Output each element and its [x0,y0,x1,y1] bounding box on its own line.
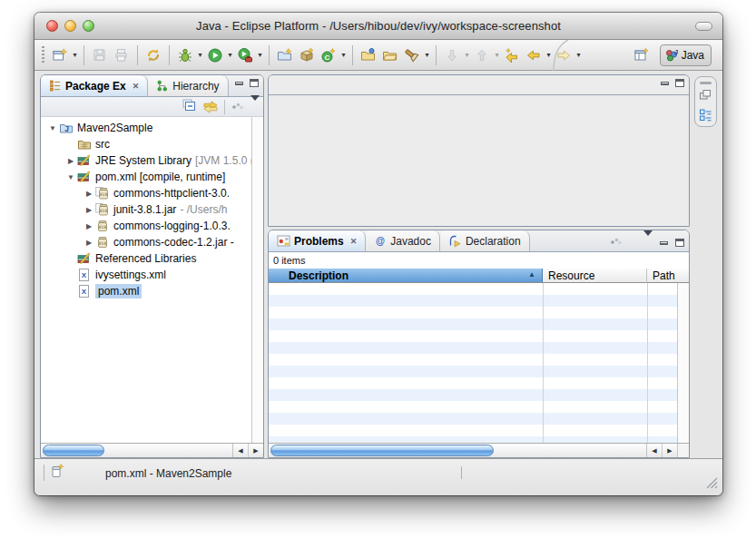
restore-views-button[interactable] [699,89,712,103]
open-type-button[interactable] [358,44,379,67]
search-dropdown[interactable]: ▾ [423,51,431,59]
collapse-all-button[interactable] [182,98,197,116]
new-class-dropdown[interactable]: ▾ [339,51,348,59]
minimize-view-button[interactable] [660,241,668,245]
tree-item-src[interactable]: src [41,136,263,152]
tree-item-referenced-libraries[interactable]: Referenced Libraries [41,250,263,267]
problems-table-header: Description ▲ Resource Path [269,269,689,283]
outline-view-icon [699,108,712,122]
expand-toggle-icon[interactable]: ▶ [83,239,95,247]
forward-dropdown[interactable]: ▾ [574,51,583,59]
previous-annotation-button[interactable] [471,44,493,67]
fast-view-icon[interactable] [50,463,65,479]
expand-toggle-icon[interactable]: ▶ [83,222,95,230]
tab-label: Problems [294,235,344,248]
scrollbar-corner [677,444,689,457]
problems-view: Problems ✕ @ Javadoc Declaration [268,230,690,458]
view-menu-button[interactable] [231,99,245,116]
minimize-view-button[interactable] [235,82,243,85]
scrollbar-thumb[interactable] [43,445,104,456]
maximize-editor-button[interactable] [675,79,684,87]
next-annotation-dropdown[interactable]: ▾ [463,51,471,59]
toolbar-toggle-lozenge[interactable] [695,22,712,31]
toolbar-drag-handle[interactable] [42,46,44,64]
new-java-project-button[interactable] [274,44,296,67]
refresh-button[interactable] [142,44,164,67]
scroll-right-arrow[interactable]: ▶ [663,444,677,457]
resize-grip[interactable] [705,476,719,490]
previous-annotation-dropdown[interactable]: ▾ [493,51,501,59]
tree-item-ivysettings[interactable]: X ivysettings.xml [41,267,263,283]
close-tab-icon[interactable]: ✕ [133,82,140,91]
close-tab-icon[interactable]: ✕ [350,237,358,246]
run-button[interactable] [204,44,226,67]
column-header-path[interactable]: Path [647,269,689,283]
tree-item-commons-codec[interactable]: ▶ 010 commons-codec-1.2.jar - [41,234,263,250]
tree-item-junit[interactable]: ▶ 010 junit-3.8.1.jar - /Users/h [41,201,263,218]
expand-toggle-icon[interactable]: ▶ [83,206,95,214]
column-divider[interactable] [647,283,648,443]
hierarchy-icon [156,79,169,93]
external-tools-dropdown[interactable]: ▾ [256,51,264,59]
tab-hierarchy[interactable]: Hierarchy [148,75,228,96]
next-annotation-button[interactable] [441,44,463,67]
print-button[interactable] [111,44,133,67]
search-button[interactable] [401,44,423,67]
maximize-view-button[interactable] [250,79,259,87]
print-icon [113,47,130,64]
view-menu-chevron[interactable] [643,236,653,249]
tree-item-commons-httpclient[interactable]: ▶ 010 commons-httpclient-3.0. [41,185,263,201]
vertical-scrollbar[interactable] [677,283,689,443]
back-button[interactable] [523,44,545,67]
xml-file-icon: X [77,284,92,298]
vertical-scrollbar[interactable] [251,117,263,443]
run-icon [207,47,223,64]
open-folder-button[interactable] [379,44,401,67]
view-menu-button[interactable] [609,234,623,251]
tree-item-commons-logging[interactable]: ▶ 010 commons-logging-1.0.3. [41,218,263,234]
open-perspective-button[interactable] [631,44,653,67]
restore-views-icon [699,89,712,101]
back-dropdown[interactable]: ▾ [545,51,553,59]
expand-toggle-icon[interactable]: ▶ [83,190,95,198]
column-header-resource[interactable]: Resource [543,269,647,283]
drag-handle-icon[interactable] [700,82,712,84]
link-with-editor-button[interactable] [202,99,219,116]
debug-button[interactable] [174,44,196,67]
scroll-right-arrow[interactable]: ▶ [249,444,263,457]
external-tools-button[interactable] [234,44,256,67]
minimized-views-bar [693,74,719,458]
new-package-button[interactable] [296,44,318,67]
new-wizard-button[interactable] [49,44,71,67]
tab-problems[interactable]: Problems ✕ [269,230,366,251]
new-wizard-icon [52,47,68,64]
tab-javadoc[interactable]: @ Javadoc [366,230,440,251]
scrollbar-thumb[interactable] [270,445,494,456]
view-menu-chevron[interactable] [250,101,260,114]
svg-text:X: X [82,288,87,296]
column-header-description[interactable]: Description ▲ [269,269,543,283]
save-button[interactable] [89,44,111,67]
scroll-left-arrow[interactable]: ◀ [647,444,663,457]
outline-view-button[interactable] [699,108,712,125]
tree-item-pom-xml[interactable]: X pom.xml [41,283,263,299]
tree-item-jre-system-library[interactable]: ▶ JRE System Library [JVM 1.5.0 ( [41,152,263,169]
forward-button[interactable] [553,44,574,67]
new-wizard-dropdown[interactable]: ▾ [71,51,79,59]
tree-item-maven2sample[interactable]: ▼ J Maven2Sample [41,120,263,136]
expand-toggle-icon[interactable]: ▼ [46,124,59,132]
run-dropdown[interactable]: ▾ [226,51,234,59]
tree-item-pom-container[interactable]: ▼ pom.xml [compile, runtime] [41,169,263,185]
column-divider[interactable] [543,283,544,443]
expand-toggle-icon[interactable]: ▶ [64,157,77,165]
tab-package-explorer[interactable]: Package Ex ✕ [41,75,148,96]
debug-dropdown[interactable]: ▾ [196,51,204,59]
last-edit-location-button[interactable] [501,44,523,67]
scroll-left-arrow[interactable]: ◀ [233,444,249,457]
tab-declaration[interactable]: Declaration [440,230,530,251]
expand-toggle-icon[interactable]: ▼ [64,173,77,181]
java-perspective-button[interactable]: J Java [660,44,712,66]
minimize-editor-button[interactable] [661,82,669,85]
maximize-view-button[interactable] [675,239,684,247]
new-class-button[interactable]: C [318,44,339,67]
